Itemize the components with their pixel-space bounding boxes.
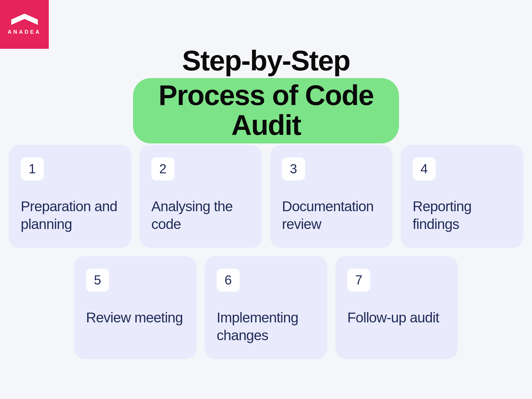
title-line-1: Step-by-Step xyxy=(133,46,399,76)
svg-marker-0 xyxy=(11,14,38,25)
step-number: 5 xyxy=(86,269,109,292)
steps-row-1: 1 Preparation and planning 2 Analysing t… xyxy=(9,145,523,248)
step-number: 7 xyxy=(347,269,370,292)
title-line-2-highlight: Process of Code Audit xyxy=(133,78,399,144)
step-label: Reporting findings xyxy=(413,198,511,233)
step-label: Preparation and planning xyxy=(21,198,119,233)
step-card: 6 Implementing changes xyxy=(205,256,327,359)
chevron-up-icon xyxy=(11,14,38,25)
step-label: Implementing changes xyxy=(217,309,315,344)
step-number: 3 xyxy=(282,157,305,180)
step-card: 1 Preparation and planning xyxy=(9,145,131,248)
step-card: 7 Follow-up audit xyxy=(335,256,458,359)
step-label: Analysing the code xyxy=(151,198,250,233)
step-number: 2 xyxy=(151,157,174,180)
page-title: Step-by-Step Process of Code Audit xyxy=(133,46,399,143)
step-label: Follow-up audit xyxy=(347,309,446,327)
step-number: 6 xyxy=(217,269,240,292)
step-card: 2 Analysing the code xyxy=(140,145,262,248)
steps-grid: 1 Preparation and planning 2 Analysing t… xyxy=(9,145,523,359)
step-card: 3 Documenta­tion review xyxy=(270,145,392,248)
step-label: Documenta­tion review xyxy=(282,198,381,233)
step-number: 1 xyxy=(21,157,44,180)
step-label: Review meeting xyxy=(86,309,185,327)
brand-logo: ANADEA xyxy=(0,0,49,49)
step-card: 4 Reporting findings xyxy=(401,145,523,248)
steps-row-2: 5 Review meeting 6 Implementing changes … xyxy=(9,256,523,359)
step-card: 5 Review meeting xyxy=(74,256,197,359)
step-number: 4 xyxy=(413,157,436,180)
brand-name: ANADEA xyxy=(8,29,41,35)
